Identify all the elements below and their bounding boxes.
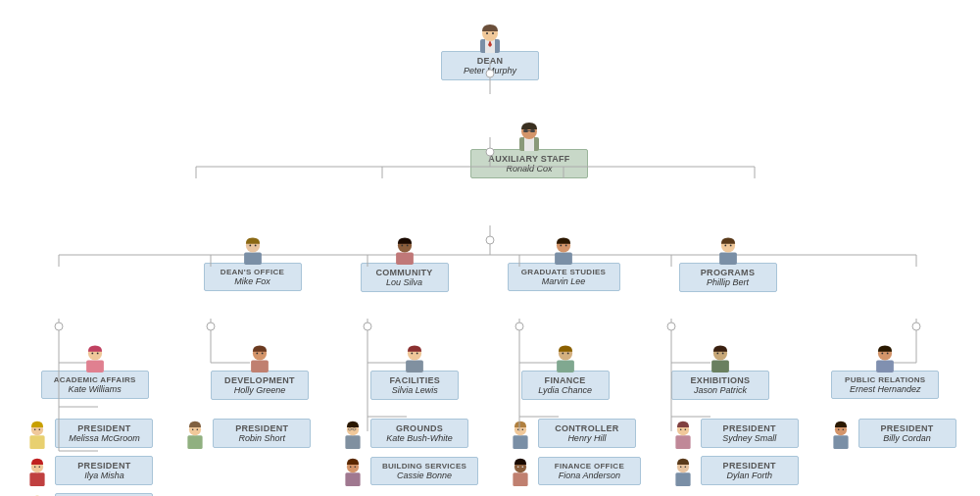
public-relations-box: PUBLIC RELATIONS Ernest Hernandez	[831, 371, 939, 399]
grounds-title: GROUNDS	[379, 423, 460, 433]
deans-office-box: DEAN'S OFFICE Mike Fox	[204, 263, 302, 291]
controller-box: CONTROLLER Henry Hill	[538, 419, 636, 448]
graduate-avatar	[548, 233, 579, 265]
svg-point-72	[401, 245, 403, 247]
svg-rect-70	[396, 253, 414, 265]
svg-point-39	[515, 322, 523, 330]
exhibitions-node: EXHIBITIONS Jason Patrick	[671, 341, 769, 400]
building-services-node: BUILDING SERVICES Cassie Bonne	[339, 455, 478, 486]
public-relations-subnodes: PRESIDENT Billy Cordan	[827, 418, 956, 449]
ilya-avatar	[24, 455, 51, 486]
dean-node: DEAN Peter Murphy	[0, 10, 980, 80]
svg-point-92	[412, 353, 414, 355]
academic-title: ACADEMIC AFFAIRS	[50, 375, 140, 384]
departments-row: ACADEMIC AFFAIRS Kate Williams DEVELOPME…	[0, 341, 980, 400]
president-billy-node: PRESIDENT Billy Cordan	[827, 418, 956, 449]
building-services-title: BUILDING SERVICES	[379, 462, 469, 471]
deans-office-title: DEAN'S OFFICE	[213, 268, 293, 276]
finance-office-box: FINANCE OFFICE Fiona Anderson	[538, 457, 641, 485]
svg-point-120	[192, 428, 194, 430]
auxiliary-box: AUXILIARY STAFF Ronald Cox	[470, 149, 588, 178]
programs-node: PROGRAMS Phillip Bert	[679, 233, 777, 292]
svg-point-101	[722, 353, 724, 355]
svg-point-97	[566, 353, 568, 355]
finance-office-node: FINANCE OFFICE Fiona Anderson	[507, 455, 641, 486]
president-dylan-node: PRESIDENT Dylan Forth	[669, 455, 799, 486]
graduate-title: GRADUATE STUDIES	[516, 268, 612, 276]
svg-point-100	[716, 353, 718, 355]
finance-name: Lydia Chance	[530, 385, 601, 395]
community-node: COMMUNITY Lou Silva	[361, 233, 449, 292]
star-avatar	[24, 492, 51, 496]
svg-point-105	[887, 353, 889, 355]
sydney-avatar	[669, 418, 697, 449]
auxiliary-avatar	[512, 116, 547, 151]
exhibitions-title: EXHIBITIONS	[680, 375, 760, 385]
community-avatar	[389, 233, 420, 265]
svg-point-96	[562, 353, 564, 355]
facilities-node: FACILITIES Silvia Lewis	[370, 341, 459, 400]
svg-point-130	[355, 466, 357, 468]
grounds-name: Kate Bush-White	[379, 433, 460, 443]
president-star-node: PRESIDENT Star Matson	[24, 492, 153, 496]
svg-point-113	[39, 466, 41, 468]
svg-point-88	[256, 353, 258, 355]
deans-office-node: DEAN'S OFFICE Mike Fox	[204, 233, 302, 292]
academic-subnodes: PRESIDENT Melissa McGroom PRESIDENT Ilya…	[24, 418, 153, 496]
svg-rect-102	[876, 361, 894, 372]
president-ilya-box: PRESIDENT Ilya Misha	[55, 456, 153, 485]
president-billy-title: PRESIDENT	[867, 423, 948, 433]
finance-avatar	[550, 341, 581, 372]
svg-point-68	[249, 245, 251, 247]
svg-point-51	[912, 322, 920, 330]
president-sydney-name: Sydney Small	[710, 433, 790, 443]
svg-rect-143	[675, 472, 690, 486]
graduate-node: GRADUATE STUDIES Marvin Lee	[508, 233, 620, 292]
president-sydney-box: PRESIDENT Sydney Small	[701, 419, 799, 448]
auxiliary-node: AUXILIARY STAFF Ronald Cox	[78, 116, 980, 178]
president-robin-name: Robin Short	[221, 433, 302, 443]
development-avatar	[244, 341, 275, 372]
svg-point-149	[837, 428, 839, 430]
svg-rect-147	[833, 435, 848, 449]
public-relations-node: PUBLIC RELATIONS Ernest Hernandez	[831, 341, 939, 400]
auxiliary-name: Ronald Cox	[479, 164, 579, 174]
svg-point-112	[34, 466, 36, 468]
building-services-name: Cassie Bonne	[379, 471, 469, 480]
development-name: Holly Greene	[220, 385, 300, 395]
finance-office-avatar	[507, 455, 534, 486]
deans-office-avatar	[237, 233, 269, 265]
president-robin-title: PRESIDENT	[221, 423, 302, 433]
finance-subnodes: CONTROLLER Henry Hill FINANCE OFFICE Fio…	[507, 418, 641, 486]
svg-point-45	[667, 322, 675, 330]
svg-point-85	[96, 353, 98, 355]
finance-office-name: Fiona Anderson	[547, 471, 632, 480]
development-box: DEVELOPMENT Holly Greene	[211, 371, 309, 400]
academic-avatar	[79, 341, 111, 372]
president-ilya-node: PRESIDENT Ilya Misha	[24, 455, 153, 486]
development-title: DEVELOPMENT	[220, 375, 300, 385]
programs-title: PROGRAMS	[688, 268, 768, 277]
president-melissa-name: Melissa McGroom	[64, 433, 144, 443]
svg-rect-139	[675, 435, 690, 449]
graduate-box: GRADUATE STUDIES Marvin Lee	[508, 263, 620, 291]
svg-point-137	[517, 466, 519, 468]
svg-point-142	[684, 428, 686, 430]
svg-point-77	[565, 245, 567, 247]
svg-point-141	[680, 428, 682, 430]
svg-rect-131	[513, 435, 527, 449]
svg-rect-74	[555, 253, 572, 265]
svg-point-109	[39, 428, 41, 430]
svg-point-145	[680, 466, 682, 468]
svg-point-150	[842, 428, 844, 430]
svg-rect-82	[86, 361, 104, 372]
programs-box: PROGRAMS Phillip Bert	[679, 263, 777, 292]
robin-avatar	[181, 418, 209, 449]
org-chart: DEAN Peter Murphy AUXILIARY STAFF Ronald…	[0, 0, 980, 496]
grounds-box: GROUNDS Kate Bush-White	[370, 419, 468, 448]
svg-rect-94	[557, 361, 574, 372]
president-dylan-box: PRESIDENT Dylan Forth	[701, 456, 799, 485]
facilities-avatar	[399, 341, 430, 372]
billy-avatar	[827, 418, 855, 449]
svg-rect-78	[719, 253, 737, 265]
